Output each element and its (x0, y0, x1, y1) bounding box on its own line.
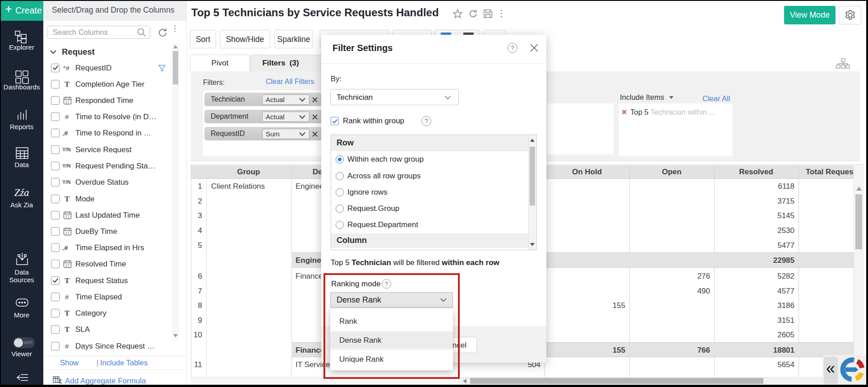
svg-text:17: 17 (65, 263, 69, 267)
svg-text:Σ: Σ (59, 378, 62, 384)
svg-text:17: 17 (65, 214, 69, 219)
svg-text:17: 17 (65, 100, 69, 104)
svg-text:17: 17 (65, 231, 69, 235)
